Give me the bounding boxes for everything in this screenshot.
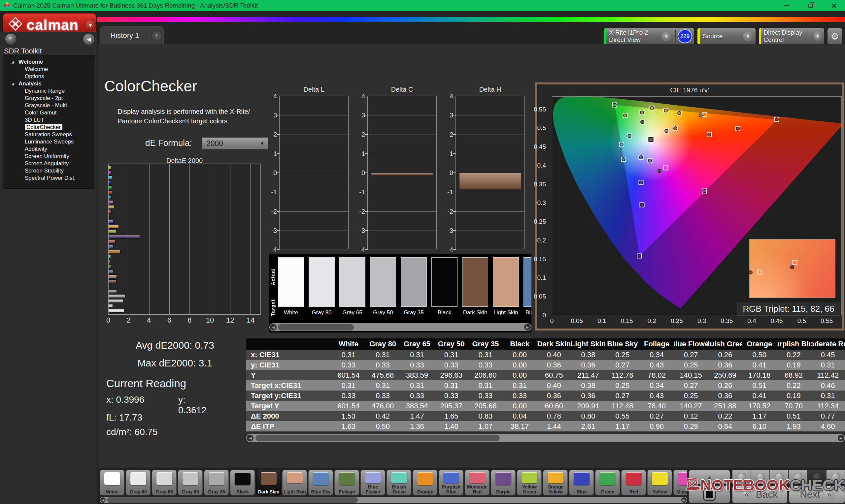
- patch-button-moderate-red[interactable]: Moderate Red: [465, 470, 490, 496]
- tab-history-1[interactable]: History 1: [100, 26, 150, 44]
- row-label: x: CIE31: [246, 349, 331, 360]
- sidebar-item-screen-angularity[interactable]: Screen Angularity: [3, 160, 95, 167]
- minimize-button[interactable]: [779, 0, 794, 11]
- patch-button-black[interactable]: Black: [230, 470, 255, 496]
- sidebar-item-screen-uniformity[interactable]: Screen Uniformity: [3, 153, 95, 160]
- table-cell: 0.33: [434, 391, 469, 401]
- sidebar-item-3d-lut[interactable]: 3D LUT: [3, 116, 95, 124]
- logo-dropdown-arrow-icon[interactable]: ▼: [85, 19, 96, 31]
- source-dropdown[interactable]: Source ▼: [697, 28, 756, 45]
- axis-tick-label: -3: [443, 227, 453, 234]
- close-button[interactable]: ×: [827, 0, 842, 11]
- axis-tick-label: 4: [147, 316, 151, 325]
- patch-button-gray-35[interactable]: Gray 35: [204, 470, 229, 496]
- patch-scrollbar[interactable]: ◀ ▶: [100, 497, 687, 503]
- cie-measured-dot: [649, 138, 653, 142]
- gear-icon: ⚙: [830, 31, 839, 42]
- next-button[interactable]: Next »: [789, 486, 845, 503]
- patch-button-dark-skin[interactable]: Dark Skin: [256, 470, 281, 496]
- toolbar-icon: [794, 473, 803, 481]
- collapse-panel-button[interactable]: ▲: [689, 470, 730, 484]
- sidebar-item-colorchecker[interactable]: ColorChecker: [3, 124, 95, 131]
- restore-button[interactable]: [803, 0, 818, 11]
- sidebar-item-screen-stability[interactable]: Screen Stability: [3, 167, 95, 175]
- sidebar-item-grayscale-2pt[interactable]: Grayscale - 2pt: [3, 95, 95, 102]
- scroll-left-icon[interactable]: ◀: [270, 324, 277, 330]
- sidebar-item-welcome[interactable]: ◢Welcome: [3, 58, 95, 66]
- sidebar-item-spectral-power-dist[interactable]: Spectral Power Dist.: [3, 175, 95, 182]
- sidebar-sphere-button[interactable]: [5, 34, 17, 45]
- patch-swatch: [574, 472, 589, 485]
- scroll-right-icon[interactable]: ▶: [524, 324, 531, 330]
- sidebar-item-additivity[interactable]: Additivity: [3, 145, 95, 153]
- table-cell: 0.33: [331, 360, 366, 370]
- patch-button-gray-50[interactable]: Gray 50: [178, 470, 203, 496]
- sidebar-item-saturation-sweeps[interactable]: Saturation Sweeps: [3, 131, 95, 138]
- sidebar-item-dynamic-range[interactable]: Dynamic Range: [3, 87, 95, 95]
- patch-button-red[interactable]: Red: [621, 470, 646, 496]
- patch-button-magenta[interactable]: Magenta: [673, 470, 687, 496]
- sidebar-item-options[interactable]: Options: [3, 73, 95, 80]
- patch-swatch: [652, 472, 668, 485]
- cie-measured-dot: [673, 126, 677, 130]
- scroll-right-icon[interactable]: ▶: [838, 435, 844, 441]
- sidebar-collapse-button[interactable]: ◀: [83, 34, 94, 45]
- settings-gear-button[interactable]: ⚙: [827, 28, 842, 45]
- expander-icon[interactable]: ◢: [12, 80, 14, 87]
- add-tab-button[interactable]: +: [150, 26, 164, 44]
- patch-button-blue-sky[interactable]: Blue Sky: [308, 470, 333, 496]
- display-control-dropdown[interactable]: Direct Display Control ▼: [758, 28, 825, 45]
- meter-count-badge[interactable]: 229: [677, 29, 692, 43]
- patch-button-blue[interactable]: Blue: [569, 470, 594, 496]
- toolbar-button-5[interactable]: [807, 470, 826, 484]
- table-cell: 383.54: [400, 401, 434, 411]
- table-scrollbar[interactable]: ◀ ▶: [246, 434, 845, 442]
- patch-button-foliage[interactable]: Foliage: [334, 470, 359, 496]
- back-button[interactable]: « Back: [732, 486, 788, 503]
- sidebar-item-luminance-sweeps[interactable]: Luminance Sweeps: [3, 138, 95, 145]
- toolbar-button-1[interactable]: [732, 470, 751, 484]
- strip-swatch-gray-80: [309, 257, 335, 307]
- sidebar-item-color-gamut[interactable]: Color Gamut: [3, 109, 95, 116]
- patch-button-light-skin[interactable]: Light Skin: [282, 470, 307, 496]
- patch-button-gray-65[interactable]: Gray 65: [152, 470, 177, 496]
- table-cell: 0.83: [469, 411, 503, 421]
- column-header-gray-80: Gray 80: [366, 338, 400, 349]
- table-scrollbar-thumb[interactable]: [256, 435, 500, 441]
- patch-button-white[interactable]: White: [100, 470, 124, 496]
- patch-button-green[interactable]: Green: [595, 470, 620, 496]
- scroll-right-icon[interactable]: ▶: [681, 498, 687, 503]
- toolbar-button-3[interactable]: [770, 470, 789, 484]
- scroll-left-icon[interactable]: ◀: [100, 498, 106, 503]
- patch-button-yellow-green[interactable]: Yellow Green: [517, 470, 542, 496]
- patch-button-purplish-blue[interactable]: Purplish Blue: [439, 470, 463, 496]
- toolbar-icon: [737, 473, 746, 481]
- de-formula-dropdown[interactable]: 2000 ▼: [202, 137, 268, 150]
- patch-button-yellow[interactable]: Yellow: [647, 470, 672, 496]
- scroll-left-icon[interactable]: ◀: [247, 435, 253, 441]
- patch-button-bluish-green[interactable]: Bluish Green: [387, 470, 411, 496]
- expander-icon[interactable]: ◢: [12, 58, 14, 66]
- strip-scrollbar-thumb[interactable]: [278, 324, 354, 330]
- cie-measured-dot: [628, 134, 631, 138]
- table-cell: 0.31: [400, 380, 434, 391]
- patch-button-gray-80[interactable]: Gray 80: [126, 470, 151, 496]
- sidebar-item-analysis[interactable]: ◢Analysis: [3, 80, 95, 87]
- sidebar-item-grayscale-multi[interactable]: Grayscale - Multi: [3, 102, 95, 109]
- patch-scrollbar-thumb[interactable]: [107, 498, 358, 503]
- sidebar-item-welcome[interactable]: Welcome: [3, 66, 95, 73]
- toolbar-button-6[interactable]: [826, 470, 845, 484]
- patch-button-orange[interactable]: Orange: [412, 470, 437, 496]
- pattern-window-button[interactable]: [689, 486, 730, 503]
- strip-scrollbar[interactable]: ◀ ▶: [269, 323, 531, 331]
- delta-h-bar: [459, 173, 521, 189]
- toolbar-button-2[interactable]: [751, 470, 770, 484]
- axis-tick-label: 1: [443, 150, 453, 157]
- patch-button-purple[interactable]: Purple: [491, 470, 515, 496]
- patch-button-blue-flower[interactable]: Blue Flower: [360, 470, 385, 496]
- meter-dropdown[interactable]: X-Rite i1Pro 2 Direct View ▼ 229: [603, 28, 694, 45]
- patch-button-orange-yellow[interactable]: Orange Yellow: [543, 470, 568, 496]
- toolbar-button-4[interactable]: [789, 470, 807, 484]
- axis-tick-label: 1: [267, 150, 277, 157]
- deltae-bar-foliage: [109, 265, 111, 268]
